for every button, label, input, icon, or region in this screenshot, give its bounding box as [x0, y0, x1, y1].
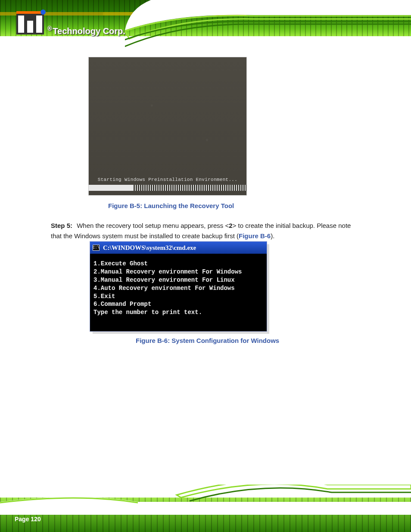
footer-band: Page 120 — [0, 485, 411, 532]
brand-name: Technology Corp. — [53, 26, 125, 36]
boot-caption: Starting Windows Preinstallation Environ… — [89, 177, 246, 182]
cmd-line-2: 2.Manual Recovery environment For Window… — [93, 268, 242, 275]
boot-progress-bar — [89, 185, 246, 191]
figure-1-caption: Figure B-5: Launching the Recovery Tool — [108, 202, 234, 209]
cmd-titlebar: C:\ C:\WINDOWS\system32\cmd.exe — [90, 242, 267, 254]
step-number: Step 5: — [51, 222, 72, 229]
screenshot-background — [89, 57, 246, 195]
cmd-body: 1.Execute Ghost 2.Manual Recovery enviro… — [90, 254, 267, 320]
step-text-1: When the recovery tool setup menu appear… — [75, 222, 229, 229]
cmd-line-4: 4.Auto Recovery environment For Windows — [93, 285, 235, 292]
progress-track — [133, 185, 246, 191]
step-text-3: ). — [271, 232, 274, 240]
brand-text: ®Technology Corp. — [47, 25, 125, 36]
document-body: Starting Windows Preinstallation Environ… — [0, 48, 411, 485]
header-band: ®Technology Corp. — [0, 0, 411, 48]
cmd-line-5: 5.Exit — [93, 293, 115, 300]
page-number-footer: Page 120 — [15, 516, 41, 523]
figure-reference: Figure B-6 — [239, 232, 271, 240]
cmd-icon: C:\ — [93, 245, 100, 251]
figure-boot-screenshot: Starting Windows Preinstallation Environ… — [88, 57, 247, 196]
header-accent-stripe — [0, 12, 411, 16]
cmd-title: C:\WINDOWS\system32\cmd.exe — [103, 244, 196, 252]
cmd-prompt-line: Type the number to print text. — [93, 309, 202, 316]
registered-mark: ® — [47, 25, 52, 32]
brand-logo — [16, 11, 44, 34]
cmd-line-6: 6.Command Prompt — [93, 301, 151, 308]
cmd-line-1: 1.Execute Ghost — [93, 260, 148, 267]
step-key: 2 — [229, 222, 232, 229]
progress-filled — [89, 185, 133, 191]
step-5-text: Step 5: When the recovery tool setup men… — [51, 221, 359, 241]
cmd-window: C:\ C:\WINDOWS\system32\cmd.exe 1.Execut… — [90, 242, 267, 331]
logo-dot-icon — [40, 9, 46, 15]
figure-2-caption: Figure B-6: System Configuration for Win… — [136, 337, 279, 344]
cmd-icon-text: C:\ — [93, 246, 100, 250]
logo-mark — [16, 11, 44, 34]
cmd-line-3: 3.Manual Recovery environment For Linux — [93, 277, 235, 283]
footer-background — [0, 498, 411, 532]
page-root: ®Technology Corp. Starting Windows Prein… — [0, 0, 411, 532]
